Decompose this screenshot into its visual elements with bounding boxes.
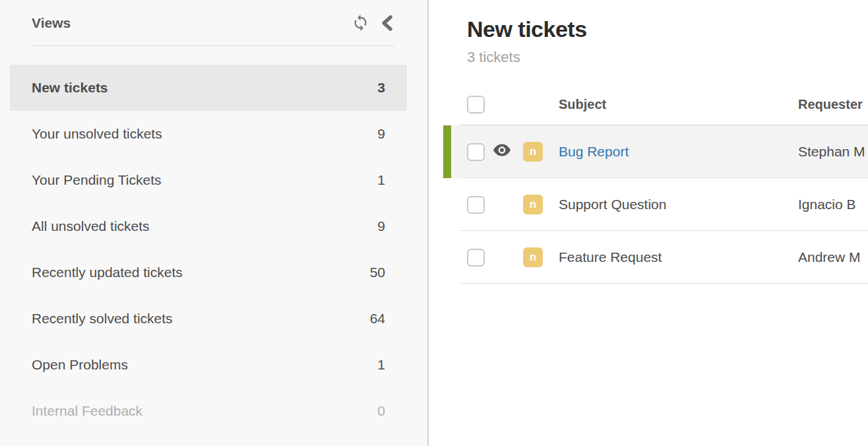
row-badge-cell: n <box>523 195 559 214</box>
app-window: Views New tickets 3 <box>0 0 868 446</box>
sidebar-item-open-problems[interactable]: Open Problems 1 <box>0 342 427 388</box>
ticket-requester: Andrew M <box>798 249 868 265</box>
row-check-cell <box>467 196 493 214</box>
ticket-subject-link[interactable]: Bug Report <box>559 144 629 159</box>
ticket-row-bug-report[interactable]: n Bug Report Stephan M <box>429 125 868 178</box>
ticket-row-feature-request[interactable]: n Feature Request Andrew M <box>429 231 868 284</box>
collapse-sidebar-icon[interactable] <box>380 15 394 32</box>
sidebar-header-icons <box>352 14 394 32</box>
sidebar-item-your-pending-tickets[interactable]: Your Pending Tickets 1 <box>0 157 427 203</box>
sidebar-header: Views <box>0 0 427 46</box>
view-count: 0 <box>377 403 385 419</box>
sidebar-title: Views <box>32 15 71 31</box>
ticket-row-support-question[interactable]: n Support Question Ignacio B <box>429 178 868 231</box>
sidebar-item-new-tickets[interactable]: New tickets 3 <box>10 65 407 111</box>
row-checkbox[interactable] <box>467 249 485 267</box>
view-label: New tickets <box>32 80 108 96</box>
row-check-cell <box>467 249 493 267</box>
view-count: 50 <box>370 265 385 280</box>
refresh-icon[interactable] <box>352 14 369 32</box>
select-all-cell <box>467 96 493 113</box>
sidebar-item-all-unsolved-tickets[interactable]: All unsolved tickets 9 <box>0 203 427 249</box>
row-badge-cell: n <box>523 142 559 162</box>
row-checkbox[interactable] <box>467 143 485 161</box>
view-label: Open Problems <box>32 357 128 373</box>
view-label: Your unsolved tickets <box>32 126 162 142</box>
view-label: Recently updated tickets <box>32 265 183 280</box>
ticket-subject-link[interactable]: Feature Request <box>559 249 662 265</box>
ticket-view-main: New tickets 3 tickets Subject Requester <box>429 0 868 446</box>
sidebar-item-recently-solved-tickets[interactable]: Recently solved tickets 64 <box>0 296 427 342</box>
status-new-badge: n <box>523 247 543 267</box>
view-count: 9 <box>377 218 385 234</box>
view-label: Internal Feedback <box>32 403 142 419</box>
view-count: 1 <box>377 357 385 373</box>
view-label: Recently solved tickets <box>32 311 173 327</box>
sidebar-divider <box>32 46 394 46</box>
sidebar-item-internal-feedback[interactable]: Internal Feedback 0 <box>0 388 427 434</box>
table-header: Subject Requester <box>429 83 868 125</box>
row-eye-cell <box>493 144 523 160</box>
sidebar-item-recently-updated-tickets[interactable]: Recently updated tickets 50 <box>0 249 427 296</box>
status-new-badge: n <box>523 195 543 214</box>
view-count: 64 <box>370 311 385 327</box>
view-count: 1 <box>377 172 385 188</box>
row-subject-cell: Bug Report <box>559 144 798 160</box>
view-label: Your Pending Tickets <box>32 172 162 188</box>
view-label: All unsolved tickets <box>32 218 150 234</box>
column-header-requester[interactable]: Requester <box>798 97 868 112</box>
status-new-badge: n <box>523 142 543 162</box>
row-subject-cell: Support Question <box>559 197 798 212</box>
ticket-requester: Stephan M <box>798 144 868 160</box>
select-all-checkbox[interactable] <box>467 96 485 113</box>
page-title: New tickets <box>467 16 868 42</box>
column-header-subject[interactable]: Subject <box>559 97 798 112</box>
ticket-subject-link[interactable]: Support Question <box>559 197 666 212</box>
views-list: New tickets 3 Your unsolved tickets 9 Yo… <box>0 65 427 434</box>
eye-icon <box>493 144 511 160</box>
view-count: 9 <box>377 126 385 142</box>
sidebar-item-your-unsolved-tickets[interactable]: Your unsolved tickets 9 <box>0 111 427 157</box>
row-badge-cell: n <box>523 247 559 267</box>
views-sidebar: Views New tickets 3 <box>0 0 429 446</box>
view-count: 3 <box>377 80 385 96</box>
row-subject-cell: Feature Request <box>559 249 798 265</box>
ticket-requester: Ignacio B <box>798 197 868 212</box>
row-check-cell <box>467 143 493 161</box>
ticket-count-subtitle: 3 tickets <box>467 49 868 66</box>
row-checkbox[interactable] <box>467 196 485 214</box>
